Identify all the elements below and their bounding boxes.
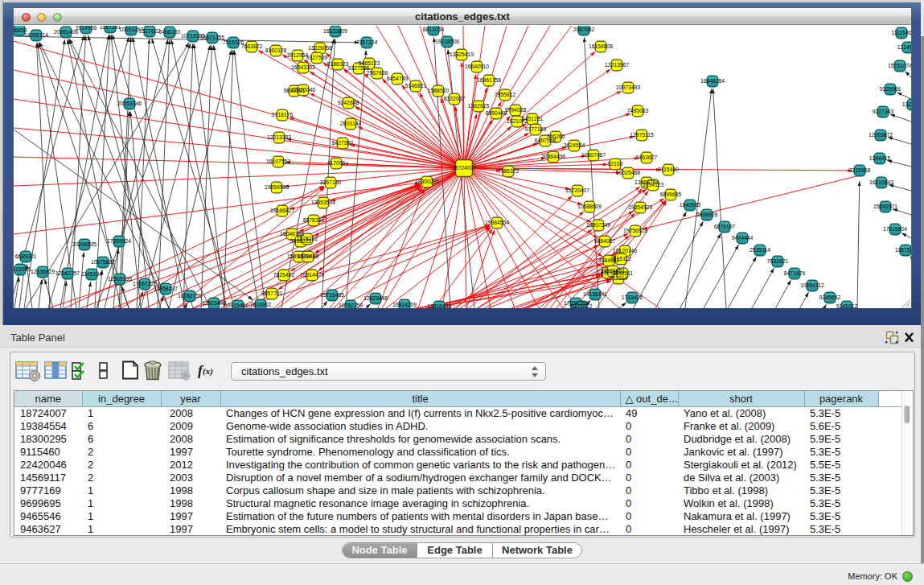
svg-text:9884067: 9884067	[594, 238, 616, 244]
svg-text:19218506: 19218506	[435, 39, 459, 44]
svg-text:9474444: 9474444	[732, 235, 754, 241]
svg-text:8878334: 8878334	[303, 217, 325, 223]
svg-text:18807249: 18807249	[586, 222, 610, 228]
svg-text:10975887: 10975887	[91, 259, 115, 265]
svg-text:12942757: 12942757	[55, 270, 80, 276]
svg-text:12156829: 12156829	[31, 269, 55, 274]
svg-text:12505135: 12505135	[108, 276, 132, 282]
svg-text:1670489: 1670489	[298, 253, 319, 259]
svg-text:7485063: 7485063	[627, 108, 649, 113]
svg-text:9146821: 9146821	[405, 83, 427, 89]
svg-text:6685001: 6685001	[15, 253, 37, 259]
svg-text:9227343: 9227343	[873, 109, 894, 114]
svg-text:20364436: 20364436	[541, 154, 565, 159]
svg-text:252214: 252214	[610, 275, 628, 281]
svg-text:16640910: 16640910	[465, 64, 489, 69]
svg-text:12213383: 12213383	[267, 134, 291, 140]
svg-text:9245012: 9245012	[836, 303, 858, 308]
svg-text:1527602: 1527602	[139, 28, 161, 34]
svg-text:7625402: 7625402	[273, 272, 295, 278]
svg-text:1362615: 1362615	[468, 103, 490, 109]
svg-text:1167534: 1167534	[895, 247, 911, 253]
svg-text:1111546: 1111546	[892, 30, 911, 35]
svg-text:1214906: 1214906	[897, 44, 911, 50]
svg-text:1244415: 1244415	[869, 155, 891, 161]
svg-text:10025488: 10025488	[616, 170, 640, 175]
svg-text:16120746: 16120746	[613, 248, 637, 253]
svg-text:8186323: 8186323	[327, 61, 349, 67]
svg-text:19756928: 19756928	[623, 228, 647, 233]
svg-text:10973493: 10973493	[616, 84, 640, 90]
svg-text:6466160: 6466160	[159, 29, 181, 35]
svg-text:16033809: 16033809	[323, 28, 347, 34]
svg-text:13353594: 13353594	[311, 200, 335, 205]
svg-text:12093872: 12093872	[869, 132, 893, 138]
svg-text:19166827: 19166827	[270, 208, 294, 213]
svg-text:17016504: 17016504	[883, 226, 907, 232]
svg-text:10958107: 10958107	[154, 286, 178, 291]
svg-text:10807487: 10807487	[581, 152, 606, 158]
svg-text:9915460: 9915460	[228, 303, 249, 308]
svg-text:8454749: 8454749	[387, 76, 409, 81]
svg-text:3624554: 3624554	[564, 142, 585, 148]
svg-text:9463627: 9463627	[636, 154, 658, 160]
svg-text:1145194: 1145194	[81, 271, 102, 277]
svg-text:13226058: 13226058	[308, 45, 332, 51]
svg-text:20691406: 20691406	[54, 29, 78, 35]
svg-text:14136141: 14136141	[583, 291, 607, 297]
svg-text:16914479: 16914479	[300, 272, 324, 278]
svg-text:7663822: 7663822	[241, 43, 263, 49]
svg-text:9245652: 9245652	[819, 295, 841, 300]
svg-text:1067391: 1067391	[100, 26, 121, 30]
svg-text:1588520: 1588520	[428, 88, 450, 93]
svg-text:7357224: 7357224	[356, 39, 378, 45]
svg-text:9777169: 9777169	[525, 126, 547, 132]
svg-text:16648784: 16648784	[700, 78, 725, 84]
svg-text:17359924: 17359924	[107, 238, 131, 244]
svg-text:417006: 417006	[327, 160, 346, 166]
svg-text:12923448: 12923448	[363, 295, 388, 301]
svg-text:1733426: 1733426	[622, 295, 643, 300]
svg-text:16671355: 16671355	[200, 35, 224, 40]
svg-text:8160128: 8160128	[265, 47, 287, 53]
svg-text:8427552: 8427552	[332, 140, 354, 146]
svg-text:18300295: 18300295	[415, 179, 439, 184]
svg-text:9327509: 9327509	[306, 55, 328, 60]
svg-text:15692971: 15692971	[873, 204, 897, 209]
svg-text:16782759: 16782759	[178, 293, 202, 299]
svg-text:18724007: 18724007	[452, 165, 476, 171]
svg-text:16107552: 16107552	[266, 159, 290, 164]
svg-text:2718176: 2718176	[272, 112, 294, 117]
svg-text:7986372: 7986372	[498, 168, 519, 174]
svg-text:13916485: 13916485	[427, 303, 451, 308]
svg-text:10782759: 10782759	[339, 303, 363, 308]
svg-text:16961758: 16961758	[477, 77, 501, 83]
svg-text:8990448: 8990448	[486, 110, 507, 116]
svg-text:9242848: 9242848	[338, 100, 359, 105]
svg-text:9115460: 9115460	[658, 167, 679, 172]
svg-text:12213967: 12213967	[605, 62, 629, 68]
svg-text:2014906: 2014906	[76, 26, 97, 31]
svg-text:22420046: 22420046	[291, 87, 315, 93]
svg-text:1615112: 1615112	[610, 256, 631, 262]
svg-text:(x): (x)	[203, 366, 213, 377]
svg-text:16210643: 16210643	[869, 179, 893, 185]
svg-text:8471676: 8471676	[784, 270, 806, 276]
svg-text:9794028: 9794028	[505, 107, 527, 113]
svg-text:16154808: 16154808	[589, 43, 613, 49]
svg-text:19384554: 19384554	[485, 220, 509, 225]
svg-text:5938928: 5938928	[696, 212, 718, 217]
svg-text:15720407: 15720407	[565, 187, 589, 193]
svg-text:7632621: 7632621	[767, 258, 789, 264]
svg-text:1248511: 1248511	[612, 270, 633, 276]
svg-text:62160: 62160	[608, 161, 623, 167]
svg-text:19654983: 19654983	[265, 184, 289, 190]
svg-text:1678222: 1678222	[297, 236, 318, 241]
svg-text:3215958: 3215958	[849, 167, 871, 173]
svg-text:9329966: 9329966	[880, 86, 901, 92]
svg-text:10688609: 10688609	[577, 204, 602, 209]
svg-text:16814209: 16814209	[392, 302, 417, 307]
svg-text:2935114: 2935114	[749, 247, 770, 253]
svg-text:3912954: 3912954	[287, 52, 309, 58]
svg-text:13325419: 13325419	[450, 51, 474, 57]
